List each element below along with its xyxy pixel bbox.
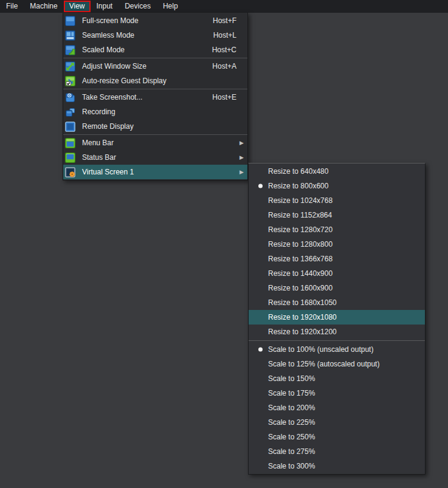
shortcut-label: Host+A: [212, 62, 245, 70]
menu-item-recording[interactable]: Recording: [63, 105, 247, 119]
submenu-item-label: Resize to 1152x864: [268, 211, 332, 219]
submenu-item-label: Resize to 1600x900: [268, 284, 333, 292]
submenu-item-scale-175[interactable]: Scale to 175%: [249, 386, 425, 400]
menu-separator: [249, 340, 425, 341]
scaled-icon: [65, 45, 75, 55]
menu-separator: [63, 58, 247, 58]
submenu-item-resize-1920x1200[interactable]: Resize to 1920x1200: [249, 325, 425, 339]
submenu-item-scale-250[interactable]: Scale to 250%: [249, 430, 425, 444]
menu-item-fullscreen-mode[interactable]: Full-screen Mode Host+F: [63, 13, 247, 28]
menubar-item-file[interactable]: File: [0, 1, 24, 12]
status-bar-icon: [65, 153, 75, 163]
adjust-window-size-icon: [65, 61, 75, 72]
submenu-arrow-icon: ▶: [240, 170, 244, 175]
menu-item-status-bar[interactable]: Status Bar ▶: [63, 150, 247, 165]
radio-dot-icon: [258, 184, 263, 188]
auto-resize-icon: [65, 76, 75, 86]
menubar-item-view[interactable]: View: [64, 1, 91, 12]
submenu-item-resize-1280x720[interactable]: Resize to 1280x720: [249, 222, 425, 237]
virtual-screen-submenu: Resize to 640x480 Resize to 800x600 Resi…: [248, 163, 426, 475]
submenu-item-label: Scale to 175%: [268, 389, 315, 397]
menu-item-adjust-window-size[interactable]: Adjust Window Size Host+A: [63, 59, 247, 74]
fullscreen-icon: [65, 16, 75, 26]
menubar-item-devices[interactable]: Devices: [119, 1, 157, 12]
submenu-item-resize-1366x768[interactable]: Resize to 1366x768: [249, 252, 425, 266]
submenu-item-label: Resize to 1024x768: [268, 196, 333, 205]
submenu-item-label: Resize to 1280x800: [268, 240, 333, 249]
view-menu-dropdown: Full-screen Mode Host+F Seamless Mode Ho…: [63, 13, 248, 180]
menubar-item-machine[interactable]: Machine: [24, 1, 63, 12]
recording-icon: [65, 107, 75, 117]
submenu-item-label: Resize to 1920x1080: [268, 313, 337, 321]
submenu-item-label: Resize to 1280x720: [268, 225, 333, 234]
take-screenshot-icon: [65, 92, 75, 103]
remote-display-icon: [65, 122, 75, 132]
virtual-screen-icon: [65, 167, 75, 177]
menu-item-label: Virtual Screen 1: [82, 168, 134, 176]
submenu-item-label: Scale to 100% (unscaled output): [268, 345, 373, 354]
submenu-item-label: Resize to 640x480: [268, 167, 328, 176]
submenu-item-label: Resize to 1920x1200: [268, 328, 337, 336]
submenu-item-scale-275[interactable]: Scale to 275%: [249, 444, 425, 459]
submenu-item-scale-300[interactable]: Scale to 300%: [249, 459, 425, 473]
menu-item-label: Scaled Mode: [82, 46, 125, 54]
menu-item-auto-resize-guest-display[interactable]: Auto-resize Guest Display: [63, 74, 247, 88]
submenu-item-label: Scale to 225%: [268, 418, 315, 427]
menu-bar-icon: [65, 138, 75, 148]
submenu-arrow-icon: ▶: [240, 155, 244, 160]
menu-item-label: Take Screenshot...: [82, 93, 142, 101]
seamless-icon: [65, 30, 75, 41]
menu-item-remote-display[interactable]: Remote Display: [63, 119, 247, 134]
menu-item-label: Recording: [82, 108, 115, 116]
menu-separator: [63, 89, 247, 89]
menu-item-label: Status Bar: [82, 153, 116, 162]
submenu-item-label: Resize to 1440x900: [268, 269, 333, 278]
menu-item-label: Adjust Window Size: [82, 62, 146, 70]
submenu-item-resize-800x600[interactable]: Resize to 800x600: [249, 179, 425, 193]
menu-item-label: Remote Display: [82, 122, 134, 131]
menubar-item-help[interactable]: Help: [157, 1, 184, 12]
shortcut-label: Host+F: [213, 16, 245, 25]
submenu-item-resize-1600x900[interactable]: Resize to 1600x900: [249, 281, 425, 295]
menu-item-seamless-mode[interactable]: Seamless Mode Host+L: [63, 28, 247, 43]
shortcut-label: Host+L: [213, 31, 245, 40]
radio-dot-icon: [258, 348, 263, 352]
submenu-item-label: Scale to 200%: [268, 404, 315, 412]
menu-item-take-screenshot[interactable]: Take Screenshot... Host+E: [63, 90, 247, 105]
submenu-item-resize-1152x864[interactable]: Resize to 1152x864: [249, 208, 425, 222]
menu-item-scaled-mode[interactable]: Scaled Mode Host+C: [63, 43, 247, 57]
submenu-item-scale-125[interactable]: Scale to 125% (autoscaled output): [249, 357, 425, 371]
menu-separator: [63, 134, 247, 135]
submenu-item-scale-150[interactable]: Scale to 150%: [249, 371, 425, 386]
submenu-item-label: Scale to 275%: [268, 447, 315, 456]
menubar-item-input[interactable]: Input: [91, 1, 119, 12]
submenu-item-resize-1024x768[interactable]: Resize to 1024x768: [249, 193, 425, 208]
menu-item-label: Menu Bar: [82, 139, 114, 147]
submenu-arrow-icon: ▶: [240, 140, 244, 146]
menu-item-menu-bar[interactable]: Menu Bar ▶: [63, 136, 247, 150]
submenu-item-resize-1440x900[interactable]: Resize to 1440x900: [249, 266, 425, 281]
menu-bar: File Machine View Input Devices Help: [0, 0, 448, 13]
menu-item-label: Auto-resize Guest Display: [82, 77, 167, 85]
menu-item-label: Seamless Mode: [82, 31, 134, 40]
submenu-item-label: Resize to 1680x1050: [268, 298, 337, 307]
shortcut-label: Host+E: [212, 93, 245, 101]
menu-item-label: Full-screen Mode: [82, 16, 139, 25]
submenu-item-label: Resize to 800x600: [268, 182, 328, 190]
submenu-item-label: Scale to 250%: [268, 433, 315, 441]
submenu-item-scale-100[interactable]: Scale to 100% (unscaled output): [249, 342, 425, 357]
submenu-item-resize-640x480[interactable]: Resize to 640x480: [249, 164, 425, 179]
submenu-item-resize-1680x1050[interactable]: Resize to 1680x1050: [249, 295, 425, 310]
submenu-item-scale-200[interactable]: Scale to 200%: [249, 400, 425, 415]
submenu-item-scale-225[interactable]: Scale to 225%: [249, 415, 425, 430]
shortcut-label: Host+C: [212, 46, 245, 54]
submenu-item-label: Scale to 150%: [268, 374, 315, 383]
submenu-item-label: Scale to 300%: [268, 462, 315, 470]
submenu-item-resize-1920x1080[interactable]: Resize to 1920x1080: [249, 310, 425, 325]
submenu-item-label: Scale to 125% (autoscaled output): [268, 360, 379, 368]
submenu-item-label: Resize to 1366x768: [268, 255, 333, 263]
menu-item-virtual-screen-1[interactable]: Virtual Screen 1 ▶: [63, 165, 247, 179]
submenu-item-resize-1280x800[interactable]: Resize to 1280x800: [249, 237, 425, 252]
